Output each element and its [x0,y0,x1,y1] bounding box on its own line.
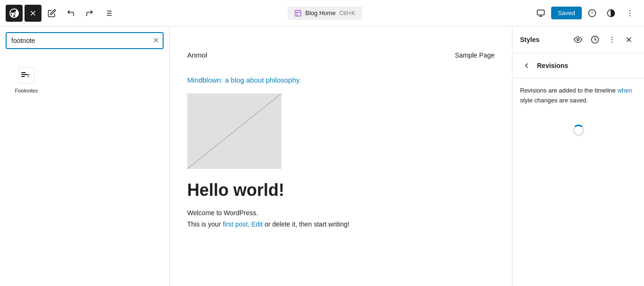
svg-point-29 [611,42,612,42]
history-icon-button[interactable] [587,32,603,47]
close-styles-button[interactable] [621,32,636,47]
styles-button[interactable] [584,5,601,22]
page-content: Anmol Sample Page Mindblown: a blog abou… [176,26,506,249]
wp-logo-button[interactable] [6,5,23,22]
edit-link[interactable]: Edit [251,220,263,228]
page-nav: Anmol Sample Page [187,45,495,65]
revisions-description: Revisions are added to the timeline when… [520,86,636,106]
toolbar-right: Saved [532,5,638,22]
more-options-button[interactable] [621,5,638,22]
search-input[interactable] [7,33,149,48]
search-box: ✕ [6,32,164,49]
post-text-2: This is your [187,220,223,228]
featured-image [187,93,281,169]
svg-rect-19 [18,67,34,84]
post-text-1: Welcome to WordPress. [187,209,258,217]
revisions-header: Revisions [512,53,644,78]
footnotes-block-label: Footnotes [15,88,38,93]
svg-point-28 [611,39,612,40]
list-view-button[interactable] [100,5,117,22]
styles-header: Styles [512,26,644,53]
undo-button[interactable] [62,5,79,22]
search-clear-button[interactable]: ✕ [149,33,163,48]
svg-rect-9 [537,10,545,15]
revisions-body: Revisions are added to the timeline when… [512,78,644,153]
right-panel: Styles [512,26,644,286]
revisions-link[interactable]: when [618,87,632,94]
post-text-4: or delete it, then start writing! [263,220,349,228]
revisions-desc-1: Revisions are added to the timeline [520,87,618,94]
eye-icon-button[interactable] [570,32,586,47]
spinner [573,125,584,136]
site-title-label: Blog Home [305,9,336,17]
revisions-title: Revisions [537,62,568,69]
nav-link[interactable]: Sample Page [455,51,495,59]
svg-rect-6 [295,10,301,16]
revisions-desc-2: style changes are saved. [520,97,588,104]
svg-point-18 [629,15,630,16]
site-title-button[interactable]: Blog Home Ctrl+K [288,7,362,20]
toolbar: Blog Home Ctrl+K Saved [0,0,644,26]
styles-actions [570,32,636,47]
svg-point-25 [577,39,579,41]
nav-brand: Anmol [187,51,207,59]
blocks-grid: 1 ≡ Footnotes [0,55,169,105]
left-panel: ✕ 1 ≡ Footnotes [0,26,170,286]
loading-spinner [520,115,636,145]
preview-button[interactable] [532,5,549,22]
post-text-3: . [248,220,251,228]
footnotes-block-item[interactable]: 1 ≡ Footnotes [8,59,45,101]
back-button[interactable] [520,59,533,72]
edit-pen-button[interactable] [43,5,60,22]
svg-point-27 [611,37,612,38]
contrast-button[interactable] [603,5,619,22]
redo-button[interactable] [81,5,98,22]
post-body: Welcome to WordPress. This is your first… [187,208,495,230]
svg-point-17 [629,12,630,13]
save-button[interactable]: Saved [551,7,582,19]
svg-text:≡: ≡ [28,73,30,77]
main-area: ✕ 1 ≡ Footnotes [0,26,644,286]
styles-title: Styles [520,36,539,43]
svg-point-16 [629,10,630,11]
first-post-link[interactable]: first post [223,220,248,228]
footnotes-icon: 1 ≡ [17,66,36,85]
tagline: Mindblown: a blog about philosophy. [187,76,495,84]
close-button[interactable] [25,5,41,22]
shortcut-label: Ctrl+K [339,10,355,17]
more-styles-button[interactable] [604,32,619,47]
toolbar-center: Blog Home Ctrl+K [119,7,530,20]
content-area: Anmol Sample Page Mindblown: a blog abou… [170,26,512,286]
post-title: Hello world! [187,180,495,200]
content-scroll[interactable]: Anmol Sample Page Mindblown: a blog abou… [170,26,512,286]
